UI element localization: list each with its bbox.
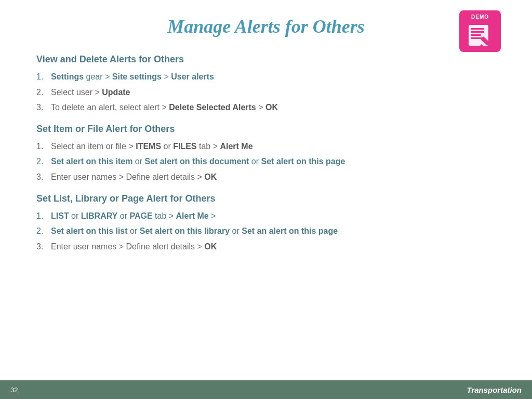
section-list-set-item-file: 1.Select an item or file > ITEMS or FILE… (36, 140, 501, 184)
demo-badge: DEMO (459, 10, 501, 52)
section-heading-view-delete: View and Delete Alerts for Others (36, 54, 501, 65)
bold-text: OK (265, 103, 278, 112)
list-item-content: Select user > Update (51, 86, 501, 99)
normal-text: > (162, 72, 171, 81)
list-item-number: 3. (36, 101, 51, 114)
demo-label: DEMO (471, 14, 489, 20)
notepad-icon (467, 22, 494, 49)
page-title: Manage Alerts for Others (167, 16, 365, 37)
bold-teal-text: Site settings (112, 72, 162, 81)
bold-teal-text: Set alert on this item (51, 157, 132, 166)
svg-rect-4 (471, 37, 482, 39)
bold-text: FILES (173, 142, 196, 151)
list-item: 2.Set alert on this list or Set alert on… (36, 224, 501, 238)
section-list-view-delete: 1.Settings gear > Site settings > User a… (36, 70, 501, 114)
content-area: View and Delete Alerts for Others1.Setti… (31, 54, 501, 253)
list-item-content: Select an item or file > ITEMS or FILES … (51, 140, 501, 153)
bold-text: Update (102, 88, 130, 97)
list-item-content: Enter user names > Define alert details … (51, 170, 501, 184)
bold-teal-text: Set alert on this page (261, 157, 345, 166)
list-item-content: To delete an alert, select alert > Delet… (51, 101, 501, 114)
list-item-number: 2. (36, 224, 51, 238)
teal-text: or (69, 211, 81, 220)
svg-rect-1 (471, 28, 484, 30)
list-item: 3.Enter user names > Define alert detail… (36, 170, 501, 184)
normal-text: Select an item or file > (51, 142, 136, 151)
list-item-number: 1. (36, 209, 51, 223)
bold-text: ITEMS (136, 142, 161, 151)
footer: 32 Transportation (0, 380, 532, 399)
list-item: 3.To delete an alert, select alert > Del… (36, 101, 501, 114)
bold-teal-text: Set alert on this list (51, 227, 128, 235)
list-item: 3.Enter user names > Define alert detail… (36, 240, 501, 254)
teal-text: or (132, 157, 144, 166)
list-item-content: LIST or LIBRARY or PAGE tab > Alert Me > (51, 209, 501, 223)
page-number: 32 (10, 386, 18, 394)
section-heading-set-item-file: Set Item or File Alert for Others (36, 124, 501, 135)
bold-teal-text: User alerts (171, 72, 214, 81)
bold-text: Delete Selected Alerts (169, 103, 256, 112)
section-set-item-file: Set Item or File Alert for Others1.Selec… (36, 124, 501, 184)
section-heading-set-list-library: Set List, Library or Page Alert for Othe… (36, 193, 501, 204)
list-item-number: 1. (36, 70, 51, 84)
list-item: 1.Select an item or file > ITEMS or FILE… (36, 140, 501, 153)
list-item-content: Settings gear > Site settings > User ale… (51, 70, 501, 84)
normal-text: Select user > (51, 88, 102, 97)
list-item-number: 2. (36, 86, 51, 99)
list-item-number: 2. (36, 155, 51, 168)
list-item-number: 3. (36, 240, 51, 254)
normal-text: tab > (197, 142, 220, 151)
list-item: 2.Select user > Update (36, 86, 501, 99)
list-item-number: 1. (36, 140, 51, 153)
bold-teal-text: Set alert on this library (140, 227, 230, 235)
teal-text: or (128, 227, 140, 235)
teal-text: > (209, 211, 216, 220)
section-list-set-list-library: 1.LIST or LIBRARY or PAGE tab > Alert Me… (36, 209, 501, 254)
normal-text: gear > (84, 72, 112, 81)
bold-teal-text: Set an alert on this page (242, 227, 338, 235)
header: Manage Alerts for Others DEMO (31, 16, 501, 37)
section-view-delete: View and Delete Alerts for Others1.Setti… (36, 54, 501, 114)
normal-text: To delete an alert, select alert > (51, 103, 169, 112)
bold-teal-text: PAGE (129, 211, 152, 220)
svg-rect-2 (471, 31, 484, 33)
bold-teal-text: Alert Me (176, 211, 209, 220)
teal-text: or (230, 227, 242, 235)
normal-text: Enter user names > Define alert details … (51, 242, 204, 251)
list-item-number: 3. (36, 170, 51, 184)
list-item-content: Set alert on this item or Set alert on t… (51, 155, 501, 168)
bold-teal-text: LIBRARY (81, 211, 118, 220)
normal-text: > (256, 103, 265, 112)
svg-rect-3 (471, 34, 481, 36)
list-item: 1.Settings gear > Site settings > User a… (36, 70, 501, 84)
bold-text: Alert Me (220, 142, 252, 151)
section-set-list-library: Set List, Library or Page Alert for Othe… (36, 193, 501, 254)
page-container: Manage Alerts for Others DEMO View and D… (0, 0, 532, 399)
teal-text: or (249, 157, 261, 166)
normal-text: or (161, 142, 173, 151)
teal-text: tab > (153, 211, 176, 220)
list-item: 2.Set alert on this item or Set alert on… (36, 155, 501, 168)
teal-text: or (117, 211, 129, 220)
list-item: 1.LIST or LIBRARY or PAGE tab > Alert Me… (36, 209, 501, 223)
footer-brand: Transportation (467, 385, 522, 394)
normal-text: Enter user names > Define alert details … (51, 172, 204, 181)
bold-teal-text: Set alert on this document (145, 157, 249, 166)
list-item-content: Enter user names > Define alert details … (51, 240, 501, 254)
list-item-content: Set alert on this list or Set alert on t… (51, 224, 501, 238)
bold-teal-text: LIST (51, 211, 69, 220)
bold-text: OK (204, 172, 217, 181)
bold-text: OK (204, 242, 217, 251)
bold-teal-text: Settings (51, 72, 84, 81)
